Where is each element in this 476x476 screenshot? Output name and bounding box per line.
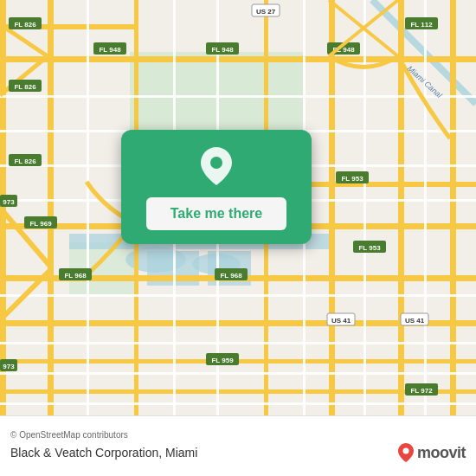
svg-text:FL 112: FL 112 <box>410 21 433 29</box>
svg-text:973: 973 <box>3 198 15 206</box>
svg-text:FL 969: FL 969 <box>29 220 52 228</box>
svg-rect-28 <box>0 294 476 297</box>
svg-rect-31 <box>0 402 476 405</box>
svg-rect-9 <box>0 56 476 62</box>
svg-text:973: 973 <box>3 363 15 370</box>
take-me-there-button[interactable]: Take me there <box>146 197 286 230</box>
svg-text:US 41: US 41 <box>405 317 425 325</box>
moovit-pin-icon <box>398 443 414 462</box>
map-container: Miami Canal FL 826 FL 826 FL 826 FL 948 … <box>0 0 476 415</box>
svg-text:FL 826: FL 826 <box>14 83 36 91</box>
svg-text:US 27: US 27 <box>256 8 276 16</box>
svg-point-84 <box>402 448 408 454</box>
location-name: Black & Veatch Corporation, Miami <box>10 446 197 460</box>
svg-rect-30 <box>0 372 476 375</box>
svg-text:FL 968: FL 968 <box>64 272 87 280</box>
svg-rect-14 <box>0 389 476 394</box>
svg-text:FL 959: FL 959 <box>211 357 234 364</box>
pin-svg <box>201 147 232 185</box>
svg-text:FL 953: FL 953 <box>341 175 363 183</box>
svg-text:US 41: US 41 <box>331 317 351 325</box>
svg-point-83 <box>210 157 222 169</box>
svg-rect-21 <box>450 0 456 415</box>
svg-rect-16 <box>286 182 476 187</box>
svg-rect-18 <box>48 0 54 415</box>
location-pin-icon <box>197 147 235 185</box>
svg-text:FL 826: FL 826 <box>14 158 36 165</box>
svg-text:FL 972: FL 972 <box>410 387 433 395</box>
moovit-logo: moovit <box>398 443 466 462</box>
svg-rect-36 <box>363 0 366 415</box>
location-info: Black & Veatch Corporation, Miami moovit <box>10 443 466 462</box>
bottom-bar: © OpenStreetMap contributors Black & Vea… <box>0 415 476 476</box>
popup-card: Take me there <box>121 130 312 244</box>
svg-text:FL 968: FL 968 <box>220 272 242 280</box>
osm-attribution: © OpenStreetMap contributors <box>10 430 466 440</box>
svg-rect-32 <box>87 0 89 415</box>
svg-text:FL 948: FL 948 <box>99 46 121 54</box>
svg-rect-24 <box>0 95 476 98</box>
svg-text:FL 953: FL 953 <box>358 244 381 252</box>
moovit-brand-text: moovit <box>417 444 466 462</box>
svg-rect-29 <box>0 342 476 344</box>
svg-text:FL 826: FL 826 <box>14 21 36 29</box>
svg-text:FL 948: FL 948 <box>211 46 234 54</box>
svg-rect-37 <box>424 0 427 415</box>
svg-rect-19 <box>329 0 335 415</box>
